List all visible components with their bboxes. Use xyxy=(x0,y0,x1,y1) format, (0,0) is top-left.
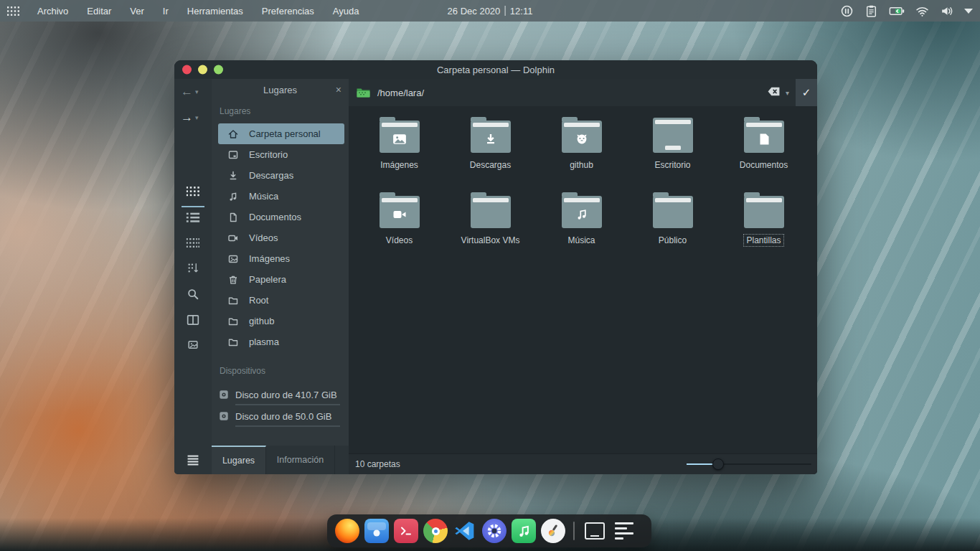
volume-icon[interactable] xyxy=(940,5,953,17)
search-icon[interactable] xyxy=(187,288,199,301)
clipboard-icon[interactable] xyxy=(864,4,878,18)
compact-view-button[interactable] xyxy=(187,238,200,249)
desktop: Archivo Editar Ver Ir Herramientas Prefe… xyxy=(0,0,980,551)
menu-herramientas[interactable]: Herramientas xyxy=(178,0,253,22)
dolphin-window: Carpeta personal — Dolphin ← ▾ → ▾ xyxy=(174,60,817,474)
disk-usage-bar xyxy=(235,404,340,405)
location-dropdown-icon[interactable]: ▾ xyxy=(786,89,789,97)
split-view-button[interactable] xyxy=(187,314,199,326)
tab-lugares[interactable]: Lugares xyxy=(212,446,266,474)
folder-descargas[interactable]: Descargas xyxy=(445,116,536,170)
forward-history-caret-icon[interactable]: ▾ xyxy=(195,114,199,121)
menu-editar[interactable]: Editar xyxy=(77,0,121,22)
minimize-window-button[interactable] xyxy=(198,65,207,75)
place-label: Imágenes xyxy=(249,253,290,264)
clock-time: 12:11 xyxy=(510,6,533,17)
close-window-button[interactable] xyxy=(182,65,192,75)
clear-location-icon[interactable] xyxy=(767,86,781,100)
tab-informacion[interactable]: Información xyxy=(266,446,335,474)
firefox-icon[interactable] xyxy=(335,519,359,543)
hamburger-menu-icon[interactable] xyxy=(187,455,199,466)
places-panel-header[interactable]: Lugares × xyxy=(212,79,349,100)
devices-section-label: Dispositivos xyxy=(220,366,265,376)
window-titlebar[interactable]: Carpeta personal — Dolphin xyxy=(174,60,817,79)
folder-imagenes[interactable]: Imágenes xyxy=(354,116,445,170)
zoom-slider-handle[interactable] xyxy=(712,458,724,470)
accept-location-button[interactable]: ✓ xyxy=(796,79,817,106)
device-disk-1[interactable]: Disco duro de 410.7 GiB xyxy=(218,386,340,403)
vscode-icon[interactable] xyxy=(453,519,477,543)
place-musica[interactable]: Música xyxy=(218,186,344,207)
terminal-icon[interactable] xyxy=(394,519,418,543)
place-root[interactable]: Root xyxy=(218,290,344,311)
clock[interactable]: 26 Dec 2020 12:11 xyxy=(448,6,533,17)
hard-drive-icon xyxy=(218,389,230,400)
folder-github[interactable]: github xyxy=(536,116,627,170)
menu-ir[interactable]: Ir xyxy=(154,0,178,22)
folder-documentos[interactable]: Documentos xyxy=(718,116,809,170)
place-plasma[interactable]: plasma xyxy=(218,331,344,352)
close-panel-icon[interactable]: × xyxy=(336,84,341,95)
folder-videos[interactable]: Vídeos xyxy=(354,192,445,245)
folder-publico[interactable]: Público xyxy=(627,192,718,245)
folder-virtualbox-vms[interactable]: VirtualBox VMs xyxy=(445,192,536,245)
icons-view-button[interactable] xyxy=(187,187,200,197)
location-bar[interactable]: /home/lara/ ▾ ✓ xyxy=(349,79,817,106)
place-label: Vídeos xyxy=(249,232,278,243)
menu-ayuda[interactable]: Ayuda xyxy=(324,0,369,22)
forward-button[interactable]: → ▾ xyxy=(181,111,199,123)
place-github[interactable]: github xyxy=(218,311,344,331)
place-descargas[interactable]: Descargas xyxy=(218,165,344,186)
system-settings-icon[interactable] xyxy=(482,519,507,543)
music-player-icon[interactable] xyxy=(512,519,536,543)
battery-icon[interactable] xyxy=(889,6,905,17)
place-imagenes[interactable]: Imágenes xyxy=(218,248,344,269)
folder-musica[interactable]: Música xyxy=(536,192,627,245)
task-manager-icon[interactable] xyxy=(615,522,635,540)
paint-app-icon[interactable] xyxy=(541,519,565,543)
folder-label: Vídeos xyxy=(386,235,413,245)
sort-button[interactable] xyxy=(187,262,199,274)
place-escritorio[interactable]: Escritorio xyxy=(218,144,344,165)
place-papelera[interactable]: Papelera xyxy=(218,269,344,290)
folder-escritorio[interactable]: Escritorio xyxy=(627,116,718,170)
music-emblem-icon xyxy=(575,209,588,221)
media-pause-icon[interactable] xyxy=(840,4,854,18)
menu-archivo[interactable]: Archivo xyxy=(28,0,77,22)
back-arrow-icon: ← xyxy=(181,85,193,98)
preview-button[interactable] xyxy=(187,339,199,351)
expand-tray-icon[interactable] xyxy=(964,9,973,14)
app-launcher-icon[interactable] xyxy=(7,6,19,16)
place-label: Papelera xyxy=(249,274,286,285)
folder-label: Documentos xyxy=(740,160,788,170)
location-path[interactable]: /home/lara/ xyxy=(377,88,424,98)
menu-preferencias[interactable]: Preferencias xyxy=(253,0,324,22)
device-disk-2[interactable]: Disco duro de 50.0 GiB xyxy=(218,408,340,425)
folder-label: Escritorio xyxy=(654,160,690,170)
places-section-label: Lugares xyxy=(220,106,250,116)
zoom-slider[interactable] xyxy=(687,458,811,471)
menu-ver[interactable]: Ver xyxy=(121,0,154,22)
chrome-icon[interactable] xyxy=(423,519,448,543)
clock-date: 26 Dec 2020 xyxy=(448,6,501,17)
folder-label: Descargas xyxy=(470,160,511,170)
place-label: plasma xyxy=(249,336,279,347)
back-button[interactable]: ← ▾ xyxy=(181,85,199,98)
file-manager-icon[interactable] xyxy=(364,519,389,543)
device-label: Disco duro de 410.7 GiB xyxy=(235,390,337,400)
maximize-window-button[interactable] xyxy=(214,65,223,75)
place-videos[interactable]: Vídeos xyxy=(218,227,344,248)
forward-arrow-icon: → xyxy=(181,111,193,123)
wifi-icon[interactable] xyxy=(915,5,929,17)
list-view-button[interactable] xyxy=(187,212,200,223)
home-folder-icon xyxy=(357,88,370,98)
folder-plantillas[interactable]: Plantillas xyxy=(718,192,809,245)
clock-divider xyxy=(504,6,506,16)
show-desktop-icon[interactable] xyxy=(585,522,605,540)
place-carpeta-personal[interactable]: Carpeta personal xyxy=(218,123,344,144)
place-label: github xyxy=(249,316,274,326)
place-documentos[interactable]: Documentos xyxy=(218,207,344,227)
places-panel: Lugares × Lugares Carpeta personal Escri… xyxy=(212,79,349,474)
back-history-caret-icon[interactable]: ▾ xyxy=(195,88,199,95)
folder-view[interactable]: Imágenes Descargas github xyxy=(349,106,817,453)
